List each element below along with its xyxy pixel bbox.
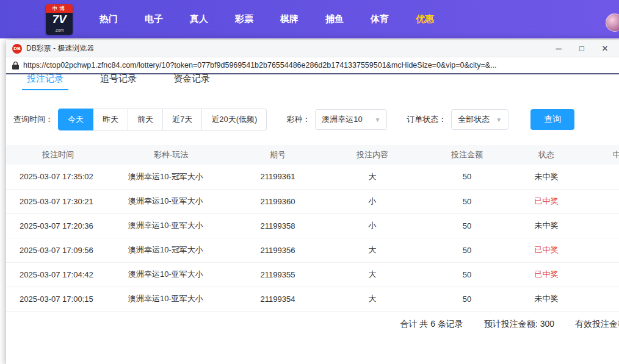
main-nav: 热门电子真人彩票棋牌捕鱼体育优惠 (86, 7, 447, 31)
cell-status: 已中奖 (513, 238, 580, 262)
cell-issue-number: 21199358 (232, 213, 324, 238)
order-status-label: 订单状态： (407, 114, 446, 125)
tabs: 投注记录追号记录资金记录 (6, 74, 619, 90)
cell-game-play: 澳洲幸运10-亚军大小 (110, 262, 232, 287)
page-content: 投注记录追号记录资金记录 查询时间： 今天昨天前天近7天近20天(低频) 彩种：… (6, 74, 619, 364)
cell-bet-content: 大 (324, 238, 421, 262)
table-row: 2025-03-07 17:04:42澳洲幸运10-亚军大小21199355大5… (6, 262, 619, 287)
table-header: 投注时间彩种-玩法期号投注内容投注金额状态中 (6, 145, 619, 165)
cell-issue-number: 21199360 (232, 189, 324, 213)
cell-bet-amount: 50 (421, 287, 513, 311)
window-title: DB彩票 - 极速浏览器 (26, 43, 547, 54)
cell-prize (580, 165, 619, 189)
cell-issue-number: 21199354 (232, 287, 324, 311)
filter-bar: 查询时间： 今天昨天前天近7天近20天(低频) 彩种： 澳洲幸运10 ▼ 订单状… (6, 93, 619, 143)
site-logo-top-text: 申博 (46, 4, 73, 13)
summary-total: 合计 共 6 条记录 (400, 319, 463, 330)
cell-bet-time: 2025-03-07 17:04:42 (6, 262, 110, 287)
nav-item-热门[interactable]: 热门 (86, 7, 131, 31)
time-filter-昨天[interactable]: 昨天 (93, 109, 128, 130)
browser-window: DB DB彩票 - 极速浏览器 ─ □ ✕ https://ctop02pchw… (6, 40, 619, 364)
table-header-cell: 投注时间 (6, 145, 110, 165)
cell-bet-time: 2025-03-07 17:20:36 (6, 213, 110, 238)
table-header-cell: 彩种-玩法 (110, 145, 232, 165)
close-button[interactable]: ✕ (593, 41, 617, 57)
cell-bet-time: 2025-03-07 17:35:02 (6, 165, 110, 189)
order-status-select[interactable]: 全部状态 ▼ (451, 109, 509, 130)
cell-prize (580, 287, 619, 311)
cell-issue-number: 21199361 (232, 165, 324, 189)
nav-item-优惠[interactable]: 优惠 (402, 7, 447, 31)
table-header-row: 投注时间彩种-玩法期号投注内容投注金额状态中 (6, 145, 619, 165)
cell-prize (580, 213, 619, 238)
table-header-cell: 中 (580, 145, 619, 165)
window-controls: ─ □ ✕ (547, 41, 617, 57)
table-header-cell: 投注内容 (324, 145, 421, 165)
cell-bet-content: 大 (324, 262, 421, 287)
site-logo-sub-text: .com (46, 27, 73, 35)
address-bar[interactable]: https://ctop02pchwp1.zfnc84.com/lottery/… (6, 57, 619, 74)
nav-item-电子[interactable]: 电子 (131, 7, 176, 31)
table-row: 2025-03-07 17:20:36澳洲幸运10-亚军大小21199358小5… (6, 213, 619, 238)
nav-item-棋牌[interactable]: 棋牌 (267, 7, 312, 31)
minimize-button[interactable]: ─ (547, 41, 570, 57)
site-logo[interactable]: 申博 7V .com (46, 4, 73, 35)
cell-status: 未中奖 (513, 165, 580, 189)
window-titlebar[interactable]: DB DB彩票 - 极速浏览器 ─ □ ✕ (6, 40, 619, 57)
cell-status: 未中奖 (513, 287, 580, 311)
cell-issue-number: 21199355 (232, 262, 324, 287)
chevron-down-icon: ▼ (496, 116, 502, 123)
table-row: 2025-03-07 17:30:21澳洲幸运10-亚军大小21199360小5… (6, 189, 619, 213)
cell-bet-amount: 50 (421, 238, 513, 262)
nav-item-捕鱼[interactable]: 捕鱼 (312, 7, 357, 31)
cell-bet-content: 大 (324, 165, 421, 189)
user-avatar[interactable] (606, 13, 619, 32)
site-logo-main-text: 7V (46, 13, 73, 27)
table-header-cell: 状态 (513, 145, 580, 165)
cell-game-play: 澳洲幸运10-冠军大小 (110, 165, 232, 189)
cell-bet-content: 小 (324, 189, 421, 213)
site-top-nav: 申博 7V .com 热门电子真人彩票棋牌捕鱼体育优惠 (0, 0, 619, 38)
url-text[interactable]: https://ctop02pchwp1.zfnc84.com/lottery/… (23, 61, 497, 70)
lottery-filter-label: 彩种： (286, 114, 310, 125)
table-row: 2025-03-07 17:09:56澳洲幸运10-冠军大小21199356大5… (6, 238, 619, 262)
cell-issue-number: 21199356 (232, 238, 324, 262)
nav-item-真人[interactable]: 真人 (176, 7, 222, 31)
cell-bet-time: 2025-03-07 17:00:15 (6, 287, 110, 311)
cell-status: 已中奖 (513, 189, 580, 213)
time-filter-近7天[interactable]: 近7天 (163, 109, 202, 130)
cell-bet-content: 大 (324, 287, 421, 311)
cell-bet-time: 2025-03-07 17:09:56 (6, 238, 110, 262)
time-filter-group: 今天昨天前天近7天近20天(低频) (58, 109, 267, 130)
table-body: 2025-03-07 17:35:02澳洲幸运10-冠军大小21199361大5… (6, 165, 619, 311)
cell-bet-content: 小 (324, 213, 421, 238)
time-filter-今天[interactable]: 今天 (58, 109, 93, 130)
time-filter-前天[interactable]: 前天 (128, 109, 163, 130)
cell-game-play: 澳洲幸运10-亚军大小 (110, 189, 232, 213)
summary-valid-amount: 有效投注金额 (575, 319, 619, 330)
nav-item-彩票[interactable]: 彩票 (222, 7, 267, 31)
chevron-down-icon: ▼ (374, 116, 380, 123)
cell-game-play: 澳洲幸运10-亚军大小 (110, 213, 232, 238)
tab-追号记录[interactable]: 追号记录 (95, 74, 142, 90)
time-filter-label: 查询时间： (13, 114, 53, 125)
bet-records-table: 投注时间彩种-玩法期号投注内容投注金额状态中 2025-03-07 17:35:… (6, 145, 619, 312)
browser-favicon-icon: DB (12, 44, 22, 54)
order-status-value: 全部状态 (458, 114, 490, 125)
lock-icon (12, 62, 19, 70)
table-row: 2025-03-07 17:00:15澳洲幸运10-亚军大小21199354大5… (6, 287, 619, 311)
lottery-select-value: 澳洲幸运10 (322, 114, 362, 125)
cell-status: 已中奖 (513, 262, 580, 287)
table-header-cell: 期号 (232, 145, 324, 165)
lottery-select[interactable]: 澳洲幸运10 ▼ (315, 109, 387, 130)
cell-bet-time: 2025-03-07 17:30:21 (6, 189, 110, 213)
tab-资金记录[interactable]: 资金记录 (168, 74, 215, 90)
table-row: 2025-03-07 17:35:02澳洲幸运10-冠军大小21199361大5… (6, 165, 619, 189)
cell-prize (580, 238, 619, 262)
nav-item-体育[interactable]: 体育 (357, 7, 402, 31)
tab-投注记录[interactable]: 投注记录 (22, 74, 68, 90)
maximize-button[interactable]: □ (570, 41, 593, 57)
search-button[interactable]: 查询 (530, 109, 574, 130)
time-filter-近20天(低频)[interactable]: 近20天(低频) (202, 109, 267, 130)
cell-prize (580, 189, 619, 213)
